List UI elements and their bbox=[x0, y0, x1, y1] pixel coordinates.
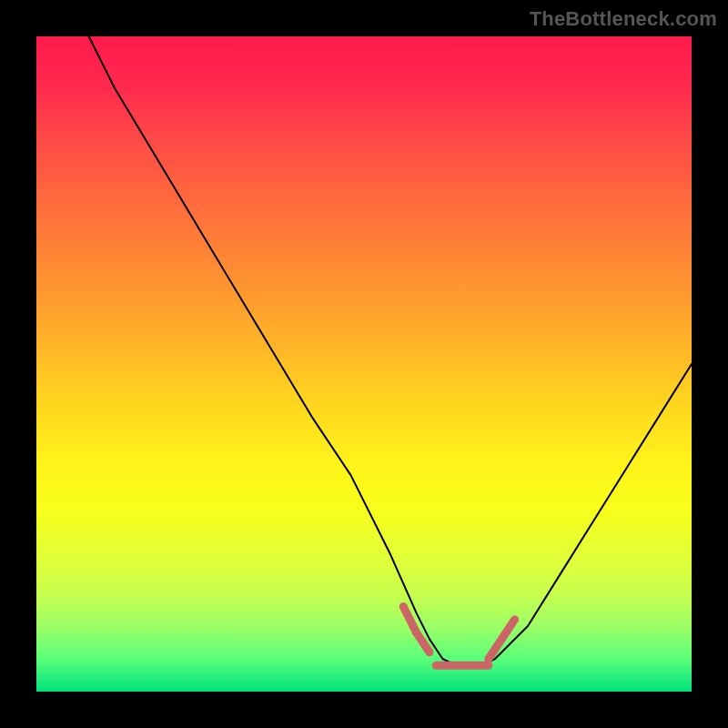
chart-container: TheBottleneck.com bbox=[0, 0, 728, 728]
bottleneck-curve bbox=[89, 36, 692, 665]
curve-layer bbox=[36, 36, 692, 692]
watermark-text: TheBottleneck.com bbox=[530, 7, 717, 31]
plot-area bbox=[36, 36, 692, 692]
